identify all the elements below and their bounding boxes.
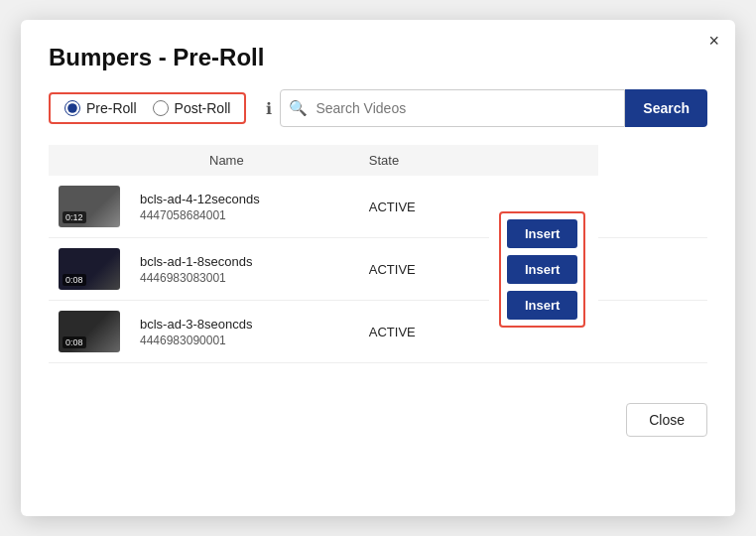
- video-name-cell: bcls-ad-3-8seoncds4446983090001: [130, 301, 359, 363]
- search-area: ℹ 🔍 Search: [266, 89, 707, 127]
- video-title: bcls-ad-4-12seconds: [140, 192, 349, 206]
- video-thumb-cell: 0:08: [49, 301, 130, 363]
- post-roll-label: Post-Roll: [175, 100, 231, 116]
- close-button[interactable]: Close: [626, 403, 707, 437]
- dialog-title: Bumpers - Pre-Roll: [49, 44, 707, 71]
- table-row: 0:08bcls-ad-1-8seconds4446983083001ACTIV…: [49, 238, 707, 301]
- insert-button-3[interactable]: Insert: [507, 291, 577, 320]
- video-thumbnail: 0:08: [59, 248, 120, 290]
- video-thumbnail: 0:12: [59, 186, 120, 227]
- roll-type-radio-group: Pre-Roll Post-Roll: [49, 92, 246, 124]
- video-duration: 0:08: [63, 336, 86, 348]
- video-thumb-cell: 0:08: [49, 238, 130, 301]
- video-state-cell: ACTIVE: [359, 301, 489, 363]
- search-input[interactable]: [315, 90, 624, 126]
- col-state-header: State: [359, 145, 489, 176]
- video-duration: 0:08: [63, 274, 86, 286]
- post-roll-radio[interactable]: [153, 100, 169, 116]
- toolbar: Pre-Roll Post-Roll ℹ 🔍 Search: [49, 89, 707, 127]
- pre-roll-radio-label[interactable]: Pre-Roll: [64, 100, 137, 116]
- table-row: 0:08bcls-ad-3-8seoncds4446983090001ACTIV…: [49, 301, 707, 363]
- post-roll-radio-label[interactable]: Post-Roll: [153, 100, 231, 116]
- video-id: 4446983083001: [140, 271, 349, 285]
- video-title: bcls-ad-3-8seoncds: [140, 317, 349, 332]
- search-button[interactable]: Search: [625, 89, 707, 127]
- video-title: bcls-ad-1-8seconds: [140, 254, 349, 269]
- close-x-button[interactable]: ×: [708, 32, 719, 50]
- video-table: Name State 0:12bcls-ad-4-12seconds444705…: [49, 145, 707, 363]
- table-header-row: Name State: [49, 145, 707, 176]
- insert-button-1[interactable]: Insert: [507, 219, 577, 248]
- video-action-cell: [598, 238, 707, 301]
- pre-roll-radio[interactable]: [64, 100, 80, 116]
- info-icon: ℹ: [266, 99, 272, 118]
- video-id: 4446983090001: [140, 334, 349, 347]
- video-id: 4447058684001: [140, 208, 349, 222]
- dialog-footer: Close: [49, 393, 707, 437]
- video-thumbnail: 0:08: [59, 311, 120, 352]
- video-state-cell: ACTIVE: [359, 176, 489, 238]
- col-name-header: Name: [130, 145, 359, 176]
- col-action-header: [489, 145, 598, 176]
- insert-button-2[interactable]: Insert: [507, 255, 577, 284]
- insert-buttons-group: InsertInsertInsert: [499, 211, 585, 328]
- video-state-cell: ACTIVE: [359, 238, 489, 301]
- col-thumb-header: [49, 145, 130, 176]
- bumpers-dialog: × Bumpers - Pre-Roll Pre-Roll Post-Roll …: [21, 20, 735, 516]
- search-wrapper: 🔍: [280, 89, 625, 127]
- table-row: 0:12bcls-ad-4-12seconds4447058684001ACTI…: [49, 176, 707, 238]
- pre-roll-label: Pre-Roll: [86, 100, 137, 116]
- search-icon: 🔍: [281, 99, 315, 117]
- video-duration: 0:12: [63, 211, 86, 223]
- video-action-cell: [598, 301, 707, 363]
- video-thumb-cell: 0:12: [49, 176, 130, 238]
- video-name-cell: bcls-ad-4-12seconds4447058684001: [130, 176, 359, 238]
- video-name-cell: bcls-ad-1-8seconds4446983083001: [130, 238, 359, 301]
- video-action-cell: InsertInsertInsert: [489, 176, 598, 363]
